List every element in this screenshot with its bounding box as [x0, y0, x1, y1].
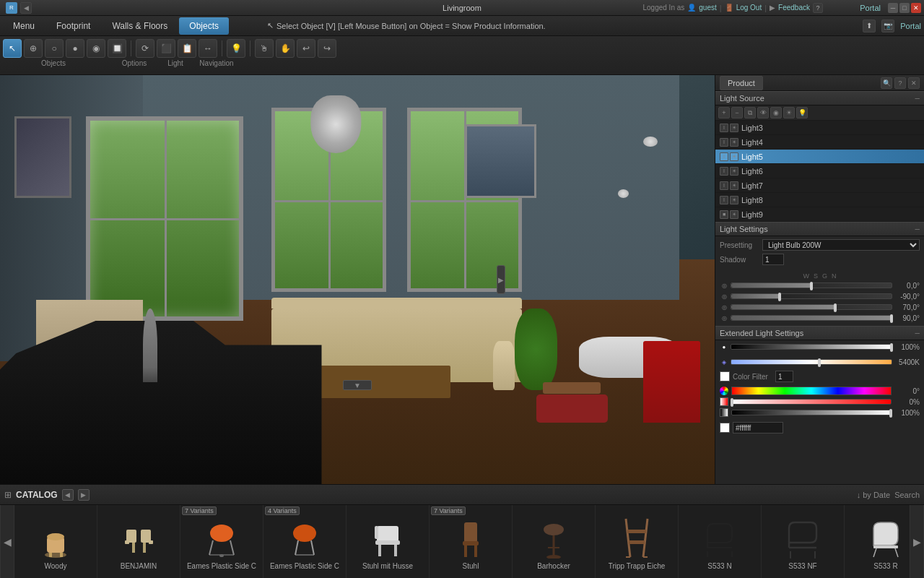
panel-icon-search[interactable]: 🔍	[881, 77, 892, 89]
slider-1-track[interactable]	[731, 282, 892, 288]
footprint-button[interactable]: Footprint	[46, 17, 100, 35]
svg-point-29	[544, 524, 564, 535]
brightness-track[interactable]	[731, 410, 892, 415]
light-item-light6[interactable]: I ☀ Light6	[715, 164, 924, 178]
catalog-item-stuhl-husse[interactable]: Stuhl mit Husse	[346, 505, 430, 578]
restore-button[interactable]: □	[899, 3, 910, 13]
slider-2-track[interactable]	[731, 293, 892, 299]
viewport[interactable]: ▶ ▼	[0, 75, 715, 484]
catalog-item-woody[interactable]: Woody	[14, 505, 97, 578]
light-source-collapse-icon[interactable]: ─	[915, 95, 920, 102]
catalog-items-scroll: Woody BENJAMIN 7 Varia	[14, 505, 910, 578]
light-remove-btn[interactable]: −	[731, 107, 743, 118]
panel-icon-close[interactable]: ✕	[908, 77, 920, 89]
catalog-item-s533n[interactable]: S533 N	[679, 505, 762, 578]
portal-link[interactable]: Portal	[860, 4, 881, 12]
catalog-item-s533nf[interactable]: S533 NF	[762, 505, 845, 578]
slider-label-s: S	[814, 272, 818, 280]
light-item-light7[interactable]: I ☀ Light7	[715, 178, 924, 193]
catalog-label[interactable]: CATALOG	[16, 490, 58, 500]
select-tool-button[interactable]: ↖	[3, 39, 22, 58]
objects-button[interactable]: Objects	[179, 17, 229, 35]
svg-rect-7	[132, 543, 135, 553]
catalog-item-barhocker[interactable]: Barhocker	[513, 505, 596, 578]
nav-tool-4[interactable]: ↪	[318, 39, 336, 58]
light-tool-1[interactable]: 💡	[227, 39, 245, 58]
walls-floors-button[interactable]: Walls & Floors	[102, 17, 178, 35]
light5-icon-1: I	[720, 152, 728, 161]
presetting-select[interactable]: Light Bulb 200W	[762, 239, 920, 251]
catalog-item-tripp[interactable]: Tripp Trapp Eiche	[596, 505, 679, 578]
light-source-section-header[interactable]: Light Source ─	[715, 91, 924, 105]
light-type-1[interactable]: ☀	[783, 107, 795, 118]
catalog-item-benjamin[interactable]: BENJAMIN	[97, 505, 180, 578]
catalog-nav-next-btn[interactable]: ▶	[78, 489, 90, 501]
light3-icon-2: ☀	[730, 124, 738, 132]
light-item-light3[interactable]: I ☀ Light3	[715, 121, 924, 135]
room-scene	[0, 75, 715, 484]
hex-input[interactable]	[733, 422, 783, 434]
nav-tool-1[interactable]: 🖱	[255, 39, 274, 58]
saturation-track[interactable]	[731, 399, 892, 405]
separator-1	[131, 40, 131, 56]
feedback-link[interactable]: Feedback	[778, 4, 810, 12]
intensity-track[interactable]	[731, 344, 892, 350]
object-tool-2[interactable]: ○	[45, 39, 64, 58]
logout-link[interactable]: Log Out	[736, 4, 762, 12]
catalog-sort-label[interactable]: ↓ by Date	[857, 491, 890, 499]
light-item-light9[interactable]: ■ ☀ Light9	[715, 207, 924, 222]
light-settings-collapse-icon[interactable]: ─	[915, 225, 920, 233]
option-tool-4[interactable]: ↔	[199, 39, 217, 58]
shadow-input[interactable]	[762, 254, 784, 265]
slider-3-track[interactable]	[731, 304, 892, 310]
catalog-search-label[interactable]: Search	[894, 491, 920, 499]
color-filter-input[interactable]	[775, 371, 793, 382]
light-type-2[interactable]: 💡	[796, 107, 808, 118]
light-toggle-btn[interactable]: ◉	[770, 107, 782, 118]
catalog-next-button[interactable]: ▶	[910, 505, 924, 578]
light-eye-btn[interactable]: 👁	[757, 107, 769, 118]
object-tool-1[interactable]: ⊕	[24, 39, 43, 58]
catalog-prev-button[interactable]: ◀	[0, 505, 14, 578]
color-temp-track[interactable]	[731, 359, 892, 365]
catalog-expand-button[interactable]: ▼	[343, 380, 372, 390]
portal-menu-link[interactable]: Portal	[900, 22, 921, 30]
light-copy-btn[interactable]: ⧉	[744, 107, 756, 118]
share-icon[interactable]: ⬆	[863, 20, 876, 33]
panel-tab-product[interactable]: Product	[720, 76, 763, 90]
hex-color-swatch[interactable]	[720, 423, 730, 433]
nav-tool-2[interactable]: ✋	[276, 39, 295, 58]
minimize-button[interactable]: ─	[888, 3, 898, 13]
catalog-item-eames1[interactable]: 7 Variants Eames Plastic Side C	[180, 505, 263, 578]
option-tool-1[interactable]: ⟳	[136, 39, 154, 58]
catalog-item-stuhl[interactable]: 7 Variants Stuhl	[430, 505, 513, 578]
catalog-item-s533r[interactable]: S533 R	[845, 505, 910, 578]
catalog-item-eames2[interactable]: 4 Variants Eames Plastic Side C	[263, 505, 346, 578]
camera-icon[interactable]: 📷	[881, 20, 894, 33]
object-tool-4[interactable]: ◉	[87, 39, 105, 58]
close-button[interactable]: ✕	[911, 3, 921, 13]
separator2: |	[764, 4, 767, 12]
light-item-light5[interactable]: I ☀ Light5	[715, 150, 924, 164]
object-tool-5[interactable]: 🔲	[108, 39, 126, 58]
nav-tool-3[interactable]: ↩	[297, 39, 315, 58]
light-add-btn[interactable]: +	[718, 107, 730, 118]
back-btn[interactable]: ◀	[20, 2, 32, 14]
menu-button[interactable]: Menu	[3, 17, 45, 35]
object-tool-3[interactable]: ●	[66, 39, 84, 58]
help-btn[interactable]: ?	[813, 3, 823, 13]
light-item-light8[interactable]: I ☀ Light8	[715, 193, 924, 207]
panel-collapse-handle[interactable]: ▶	[497, 265, 505, 294]
light-settings-section-header[interactable]: Light Settings ─	[715, 222, 924, 236]
tripp-image	[611, 514, 662, 561]
panel-icon-help[interactable]: ?	[894, 77, 906, 89]
light-item-light4[interactable]: I ☀ Light4	[715, 135, 924, 150]
extended-settings-collapse-icon[interactable]: ─	[915, 329, 920, 337]
hue-slider[interactable]	[731, 387, 892, 395]
extended-settings-section-header[interactable]: Extended Light Settings ─	[715, 326, 924, 340]
option-tool-2[interactable]: ⬛	[157, 39, 175, 58]
option-tool-3[interactable]: 📋	[178, 39, 196, 58]
slider-4-track[interactable]	[731, 315, 892, 321]
catalog-nav-prev-btn[interactable]: ◀	[62, 489, 74, 501]
color-filter-swatch[interactable]	[720, 371, 730, 381]
